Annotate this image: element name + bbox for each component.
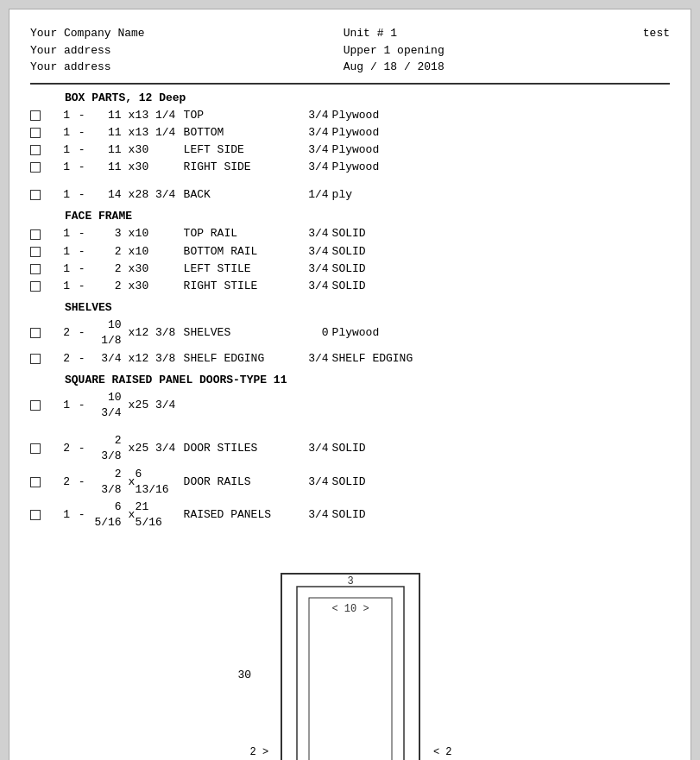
diagram-label-2left: 2 >	[250, 746, 269, 758]
cabinet-svg: 3 < 10 > ^25 2	[273, 565, 428, 760]
checkbox[interactable]	[30, 264, 41, 274]
header-center: Unit # 1 Upper 1 opening Aug / 18 / 2018	[344, 25, 445, 76]
main-page: Your Company Name Your address Your addr…	[9, 9, 691, 760]
list-item: 1 - 2 x 30 RIGHT STILE 3/4 SOLID	[30, 279, 670, 294]
address1: Your address	[30, 42, 145, 60]
list-item: 2 - 3/4 x 12 3/8 SHELF EDGING 3/4 SHELF …	[30, 351, 670, 367]
date: Aug / 18 / 2018	[344, 59, 445, 76]
diagram-area: 30 2 > < 2 F F 14 3 < 10 >	[30, 565, 670, 760]
svg-text:3: 3	[347, 575, 353, 587]
box-parts-title: BOX PARTS, 12 Deep	[65, 91, 670, 104]
unit-number: Unit # 1	[344, 25, 445, 42]
checkbox[interactable]	[30, 247, 41, 257]
list-item: 1 - 2 x 30 LEFT STILE 3/4 SOLID	[30, 261, 670, 277]
checkbox[interactable]	[30, 400, 41, 411]
checkbox[interactable]	[30, 110, 41, 121]
header-right: test	[643, 25, 670, 76]
checkbox[interactable]	[30, 477, 41, 487]
list-item: 1 - 2 x 10 BOTTOM RAIL 3/4 SOLID	[30, 244, 670, 260]
list-item: 1 - 3 x 10 TOP RAIL 3/4 SOLID	[30, 226, 670, 242]
list-item: 1 - 11 x 30 LEFT SIDE 3/4 Plywood	[30, 142, 670, 158]
svg-rect-0	[281, 574, 419, 760]
address2: Your address	[30, 59, 145, 76]
list-item: 2 - 10 1/8 x 12 3/8 SHELVES 0 Plywood	[30, 317, 670, 349]
list-item: 2 - 2 3/8 x 25 3/4 DOOR STILES 3/4 SOLID	[30, 433, 670, 464]
svg-text:< 10 >: < 10 >	[331, 603, 369, 615]
list-item: 1 - 11 x 30 RIGHT SIDE 3/4 Plywood	[30, 160, 670, 175]
diagram-label-30: 30	[238, 669, 252, 681]
list-item: 1 - 10 3/4 x 25 3/4	[30, 390, 670, 421]
checkbox[interactable]	[30, 443, 41, 454]
opening: Upper 1 opening	[344, 42, 445, 60]
tag: test	[643, 25, 670, 42]
doors-title: SQUARE RAISED PANEL DOORS-TYPE 11	[65, 374, 670, 386]
company-name: Your Company Name	[30, 25, 145, 42]
list-item: 1 - 6 5/16 x 21 5/16 RAISED PANELS 3/4 S…	[30, 499, 670, 531]
face-frame-title: FACE FRAME	[65, 210, 670, 223]
diagram-container: 30 2 > < 2 F F 14 3 < 10 >	[273, 565, 428, 760]
checkbox[interactable]	[30, 145, 41, 155]
checkbox[interactable]	[30, 190, 41, 200]
list-item: 2 - 2 3/8 x 6 13/16 DOOR RAILS 3/4 SOLID	[30, 467, 670, 498]
svg-rect-2	[309, 598, 392, 760]
list-item: 1 - 14 x 28 3/4 BACK 1/4 ply	[30, 187, 670, 203]
header-left: Your Company Name Your address Your addr…	[30, 25, 145, 76]
shelves-title: SHELVES	[65, 301, 670, 314]
diagram-label-2right: < 2	[433, 746, 452, 758]
list-item: 1 - 11 x 13 1/4 TOP 3/4 Plywood	[30, 108, 670, 123]
checkbox[interactable]	[30, 328, 41, 338]
checkbox[interactable]	[30, 510, 41, 520]
list-item: 1 - 11 x 13 1/4 BOTTOM 3/4 Plywood	[30, 125, 670, 141]
checkbox[interactable]	[30, 354, 41, 364]
header: Your Company Name Your address Your addr…	[30, 25, 670, 85]
checkbox[interactable]	[30, 229, 41, 240]
checkbox[interactable]	[30, 162, 41, 173]
checkbox[interactable]	[30, 281, 41, 292]
checkbox[interactable]	[30, 128, 41, 138]
